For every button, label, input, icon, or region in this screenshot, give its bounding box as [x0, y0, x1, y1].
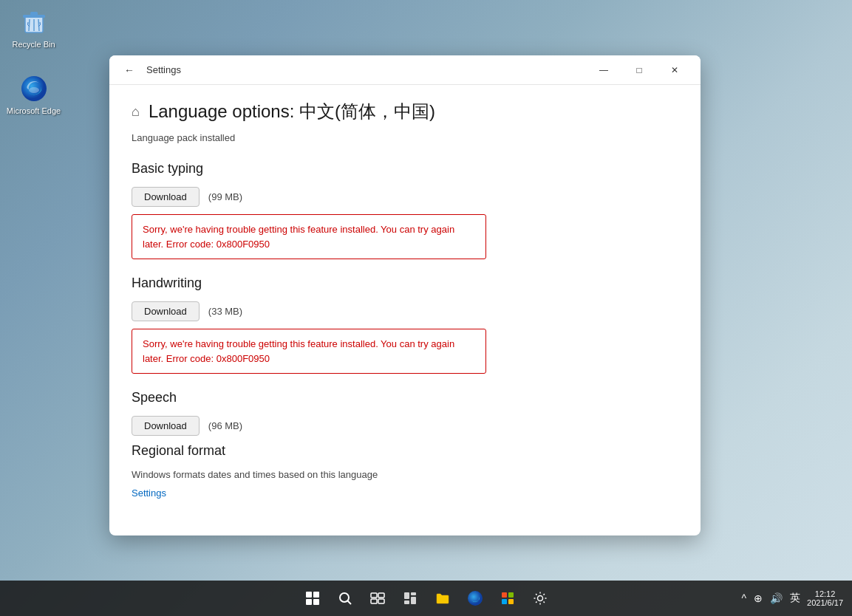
edge-label: Microsoft Edge: [7, 106, 61, 115]
clock[interactable]: 12:12 2021/6/17: [807, 589, 843, 607]
svg-rect-18: [404, 592, 409, 599]
page-title: Language options: 中文(简体，中国): [149, 100, 435, 123]
handwriting-error-box: Sorry, we're having trouble getting this…: [132, 329, 486, 374]
svg-rect-19: [411, 592, 416, 595]
desktop: Recycle Bin Microsoft Edge: [0, 0, 852, 616]
speech-title: Speech: [132, 390, 678, 405]
edge-taskbar-button[interactable]: [460, 584, 490, 613]
svg-line-13: [347, 601, 351, 605]
svg-point-7: [29, 87, 39, 93]
chevron-icon[interactable]: ^: [739, 591, 749, 606]
recycle-bin-label: Recycle Bin: [12, 40, 55, 49]
svg-rect-20: [404, 600, 409, 604]
start-button[interactable]: [298, 584, 327, 613]
svg-rect-10: [306, 599, 312, 605]
regional-format-desc: Windows formats dates and times based on…: [132, 469, 678, 480]
title-bar: ← Settings — □ ✕: [109, 55, 701, 85]
maximize-button[interactable]: □: [622, 58, 656, 82]
taskbar-tray: ^ ⊕ 🔊 英 12:12 2021/6/17: [739, 589, 846, 607]
basic-typing-error-text: Sorry, we're having trouble getting this…: [143, 224, 454, 250]
basic-typing-size: (99 MB): [208, 191, 242, 202]
language-pack-status: Language pack installed: [132, 132, 678, 143]
taskbar-center: [298, 584, 555, 613]
basic-typing-download-button[interactable]: Download: [132, 187, 200, 207]
svg-rect-21: [411, 597, 416, 604]
svg-rect-9: [313, 592, 319, 598]
svg-rect-14: [371, 593, 377, 598]
svg-rect-25: [502, 599, 507, 604]
handwriting-size: (33 MB): [208, 306, 242, 317]
svg-rect-15: [378, 593, 384, 598]
basic-typing-download-row: Download (99 MB): [132, 187, 678, 207]
regional-settings-link[interactable]: Settings: [132, 487, 166, 499]
svg-rect-24: [508, 592, 514, 598]
window-controls: — □ ✕: [587, 58, 692, 82]
speech-size: (96 MB): [208, 420, 242, 431]
time-display: 12:12: [815, 589, 836, 598]
handwriting-download-row: Download (33 MB): [132, 301, 678, 321]
handwriting-error-text: Sorry, we're having trouble getting this…: [143, 338, 454, 364]
svg-line-5: [38, 19, 39, 31]
date-display: 2021/6/17: [807, 598, 843, 607]
settings-window: ← Settings — □ ✕ ⌂ Language options: 中文(…: [109, 55, 701, 535]
language-indicator[interactable]: 英: [788, 590, 802, 606]
svg-rect-8: [306, 592, 312, 598]
regional-format-title: Regional format: [132, 443, 678, 459]
svg-point-12: [340, 593, 349, 602]
edge-icon-image: [19, 74, 49, 103]
speech-download-row: Download (96 MB): [132, 416, 678, 436]
minimize-button[interactable]: —: [587, 58, 621, 82]
widgets-button[interactable]: [395, 584, 425, 613]
svg-rect-17: [378, 599, 384, 603]
home-icon[interactable]: ⌂: [132, 104, 140, 120]
task-view-button[interactable]: [363, 584, 392, 613]
recycle-bin-image: [19, 7, 49, 37]
speech-download-button[interactable]: Download: [132, 416, 200, 436]
network-icon[interactable]: ⊕: [752, 591, 765, 606]
svg-point-22: [468, 591, 483, 606]
settings-content: ⌂ Language options: 中文(简体，中国) Language p…: [109, 85, 701, 535]
page-header: ⌂ Language options: 中文(简体，中国): [132, 100, 678, 123]
svg-rect-2: [30, 12, 38, 16]
svg-rect-23: [502, 592, 507, 598]
handwriting-download-button[interactable]: Download: [132, 301, 200, 321]
svg-rect-26: [508, 599, 514, 604]
back-button[interactable]: ←: [118, 61, 140, 79]
svg-line-3: [29, 19, 30, 31]
basic-typing-error-box: Sorry, we're having trouble getting this…: [132, 214, 486, 259]
volume-icon[interactable]: 🔊: [768, 591, 785, 606]
search-button[interactable]: [330, 584, 360, 613]
close-button[interactable]: ✕: [658, 58, 692, 82]
svg-point-27: [537, 596, 542, 601]
recycle-bin-icon[interactable]: Recycle Bin: [6, 7, 61, 49]
svg-rect-16: [371, 599, 377, 603]
handwriting-title: Handwriting: [132, 276, 678, 291]
store-button[interactable]: [493, 584, 522, 613]
window-title: Settings: [146, 64, 181, 75]
settings-taskbar-button[interactable]: [525, 584, 555, 613]
file-explorer-button[interactable]: [428, 584, 457, 613]
taskbar: ^ ⊕ 🔊 英 12:12 2021/6/17: [0, 581, 852, 616]
edge-desktop-icon[interactable]: Microsoft Edge: [6, 74, 61, 115]
basic-typing-title: Basic typing: [132, 161, 678, 177]
svg-rect-11: [313, 599, 319, 605]
tray-icons: ^ ⊕ 🔊 英: [739, 590, 802, 606]
